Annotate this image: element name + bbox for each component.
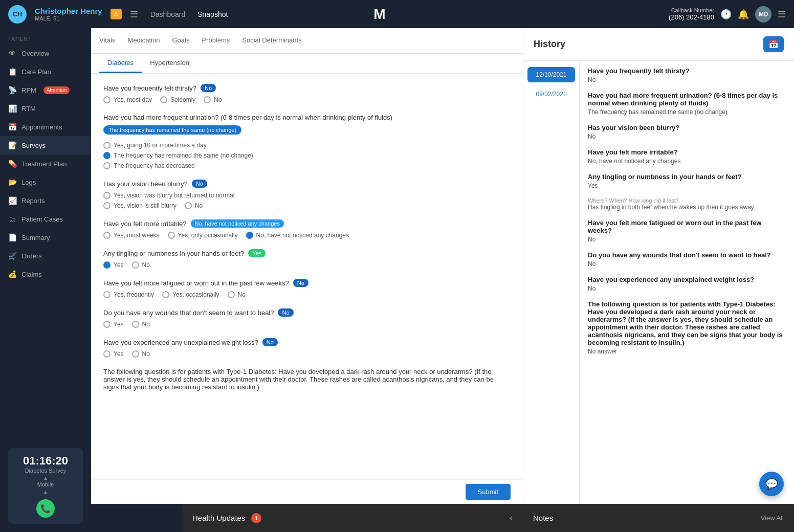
sidebar-item-surveys[interactable]: 📝 Surveys: [0, 136, 91, 154]
q8-opt2[interactable]: No: [132, 350, 150, 358]
health-updates-bar[interactable]: Health Updates 1 ‹: [182, 504, 523, 532]
q3-opt2[interactable]: Yes, vision is still blurry: [103, 202, 177, 209]
date-btn-1[interactable]: 12/10/2021: [527, 67, 575, 82]
q5-radio2[interactable]: [132, 261, 139, 269]
callback-number: (206) 202-4180: [669, 13, 714, 21]
timer-time: 01:16:20: [14, 454, 77, 468]
view-all-link[interactable]: View All: [761, 514, 784, 522]
q1-radio2[interactable]: [160, 96, 167, 103]
nav-links: Dashboard Snapshot: [150, 10, 228, 18]
q3-opt1[interactable]: Yes, vision was blurry but returned to n…: [103, 192, 511, 199]
q4-radio2[interactable]: [168, 232, 175, 239]
sidebar-item-overview[interactable]: 👁 Overview: [0, 44, 91, 62]
call-button[interactable]: 📞: [36, 499, 55, 518]
h2-answer: The frequency has remained the same (no …: [588, 108, 786, 116]
q1-opt2[interactable]: Seldomly: [160, 96, 195, 103]
q3-radio1[interactable]: [103, 192, 111, 199]
q7-opt1[interactable]: Yes: [103, 321, 124, 328]
q6-radio1[interactable]: [103, 291, 111, 298]
q7-radio1[interactable]: [103, 321, 111, 328]
sidebar-item-orders[interactable]: 🛒 Orders: [0, 247, 91, 265]
q8-radio2[interactable]: [132, 350, 139, 358]
sidebar-item-patient-cases[interactable]: 🗂 Patient Cases: [0, 210, 91, 228]
tab-medication[interactable]: Medication: [128, 32, 160, 49]
alert-icon[interactable]: ⚠: [111, 9, 122, 19]
q4-radio3[interactable]: [246, 232, 253, 239]
q7-opt2[interactable]: No: [132, 321, 150, 328]
q2-opt3[interactable]: The frequency has decreased: [103, 162, 511, 169]
bottom-area: Health Updates 1 ‹ Notes View All: [91, 504, 794, 532]
tab-vitals[interactable]: Vitals: [99, 32, 116, 49]
question-9-text: The following question is for patients w…: [103, 368, 511, 391]
q3-opt3[interactable]: No: [185, 202, 203, 209]
rpm-badge: Attention: [43, 86, 70, 94]
q3-radio3[interactable]: [185, 202, 192, 209]
q1-badge: No: [201, 84, 216, 92]
q5-radio1[interactable]: [103, 261, 111, 269]
q2-opt1[interactable]: Yes, going 10 or more times a day: [103, 142, 511, 149]
h7-answer: No: [588, 236, 786, 243]
sidebar-label-treatment: Treatment Plan: [21, 160, 67, 168]
sidebar-label-orders: Orders: [21, 252, 42, 260]
fab-button[interactable]: 💬: [759, 472, 784, 496]
history-entry-8: Do you have any wounds that don't seem t…: [588, 251, 786, 268]
sidebar-item-rtm[interactable]: 📊 RTM: [0, 99, 91, 118]
sidebar-item-claims[interactable]: 💰 Claims: [0, 265, 91, 283]
callback-label: Callback Number: [669, 7, 714, 13]
q1-radio1[interactable]: [103, 96, 111, 103]
q6-radio2[interactable]: [162, 291, 169, 298]
h8-answer: No: [588, 260, 786, 268]
h4-answer: No, have not noticed any changes: [588, 158, 786, 165]
q1-opt1[interactable]: Yes, most day: [103, 96, 152, 103]
q4-radio1[interactable]: [103, 232, 111, 239]
q4-opt2[interactable]: Yes, only occasionally: [168, 232, 238, 239]
q8-opt1[interactable]: Yes: [103, 350, 124, 358]
q2-opt2[interactable]: The frequency has remained the same (no …: [103, 152, 511, 159]
tab-problems[interactable]: Problems: [202, 32, 230, 49]
summary-icon: 📄: [8, 233, 16, 241]
q6-opt1[interactable]: Yes, frequently: [103, 291, 154, 298]
main-content: Vitals Medication Goals Problems Social …: [91, 28, 523, 504]
q2-radio3[interactable]: [103, 162, 111, 169]
sidebar-item-logs[interactable]: 📂 Logs: [0, 173, 91, 191]
sub-tab-hypertension[interactable]: Hypertension: [142, 54, 197, 73]
nav-snapshot[interactable]: Snapshot: [197, 10, 228, 18]
q2-radio2[interactable]: [103, 152, 111, 159]
sidebar-item-care-plan[interactable]: 📋 Care Plan: [0, 62, 91, 81]
user-avatar[interactable]: MD: [755, 6, 771, 23]
sidebar-item-treatment-plan[interactable]: 💊 Treatment Plan: [0, 154, 91, 173]
q2-radio1[interactable]: [103, 142, 111, 149]
q4-opt1[interactable]: Yes, most weeks: [103, 232, 160, 239]
q2-selected-tag: The frequency has remained the same (no …: [103, 125, 241, 135]
calendar-button[interactable]: 📅: [763, 36, 784, 52]
q1-radio3[interactable]: [204, 96, 211, 103]
sidebar-item-summary[interactable]: 📄 Summary: [0, 228, 91, 247]
q5-opt2[interactable]: No: [132, 261, 150, 269]
q6-opt3[interactable]: No: [228, 291, 246, 298]
tab-social-determinants[interactable]: Social Determinants: [242, 32, 301, 49]
clock-icon[interactable]: 🕐: [720, 9, 732, 20]
sidebar-item-appointments[interactable]: 📅 Appointments: [0, 118, 91, 136]
q5-opt1[interactable]: Yes: [103, 261, 124, 269]
sub-tab-diabetes[interactable]: Diabetes: [99, 54, 142, 73]
settings-menu[interactable]: ☰: [778, 9, 786, 20]
q7-radio2[interactable]: [132, 321, 139, 328]
nav-dashboard[interactable]: Dashboard: [150, 10, 186, 18]
q1-opt3[interactable]: No: [204, 96, 222, 103]
date-btn-2[interactable]: 09/02/2021: [527, 86, 575, 102]
q6-opt2[interactable]: Yes, occasionally: [162, 291, 219, 298]
timer-sub: Mobile: [14, 481, 77, 487]
question-8-text: Have you experienced any unexplained wei…: [103, 338, 511, 346]
submit-button[interactable]: Submit: [466, 484, 511, 500]
q8-radio1[interactable]: [103, 350, 111, 358]
sidebar-item-rpm[interactable]: 📡 RPM Attention: [0, 81, 91, 99]
q6-radio3[interactable]: [228, 291, 235, 298]
tab-goals[interactable]: Goals: [172, 32, 189, 49]
q3-radio2[interactable]: [103, 202, 111, 209]
q4-opt3[interactable]: No, have not noticed any changes: [246, 232, 349, 239]
sidebar-item-reports[interactable]: 📈 Reports: [0, 191, 91, 210]
h7-question: Have you felt more fatigued or worn out …: [588, 219, 786, 234]
bell-icon[interactable]: 🔔: [738, 9, 749, 20]
q2-options: Yes, going 10 or more times a day The fr…: [103, 142, 511, 169]
hamburger-menu[interactable]: ☰: [130, 9, 138, 20]
